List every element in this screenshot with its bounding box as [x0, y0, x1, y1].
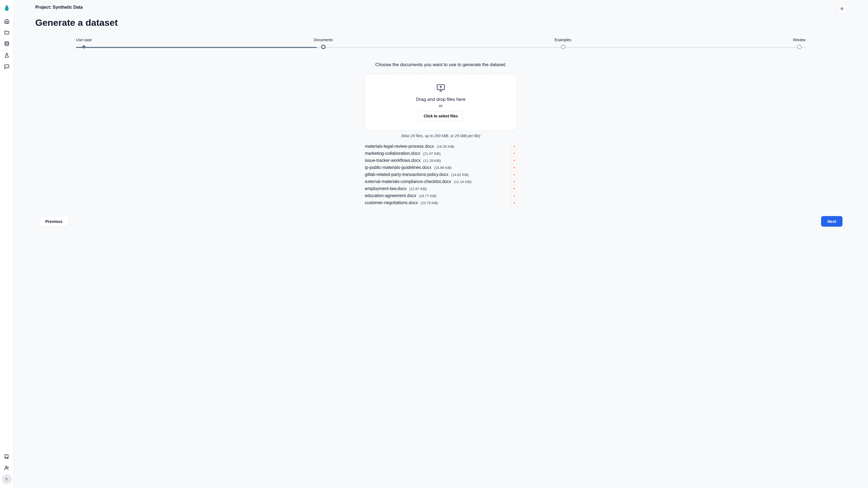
- close-icon: ✕: [513, 180, 516, 183]
- file-size: (21.47 KiB): [423, 152, 440, 156]
- dropzone-or-text: or: [371, 103, 511, 108]
- step-review[interactable]: Review: [793, 38, 806, 49]
- file-name: ip-public-materials-guidelines.docx: [365, 165, 431, 170]
- file-name: issue-tracker-workflows.docx: [365, 158, 421, 163]
- upload-icon: [436, 84, 446, 92]
- file-name: gitlab-related-party-transactions-policy…: [365, 172, 448, 177]
- remove-file-button[interactable]: ✕: [511, 144, 517, 149]
- file-size: (16.35 KiB): [437, 144, 454, 149]
- file-row: issue-tracker-workflows.docx (11.28 KiB)…: [365, 157, 517, 164]
- remove-file-button[interactable]: ✕: [511, 193, 517, 198]
- remove-file-button[interactable]: ✕: [511, 165, 517, 170]
- file-size: (12.14 KiB): [454, 180, 471, 184]
- file-row: external-materials-compliance-checklist.…: [365, 178, 517, 185]
- remove-file-button[interactable]: ✕: [511, 179, 517, 184]
- file-size: (18.77 KiB): [419, 194, 436, 198]
- file-name: materials-legal-review-process.docx: [365, 144, 434, 149]
- file-list: materials-legal-review-process.docx (16.…: [365, 143, 517, 206]
- user-icon[interactable]: [2, 463, 12, 473]
- file-size: (11.28 KiB): [423, 159, 441, 163]
- theme-toggle-button[interactable]: [838, 4, 846, 13]
- file-size: (14.82 KiB): [451, 173, 469, 177]
- file-dropzone[interactable]: Drag and drop files here or Click to sel…: [365, 74, 517, 130]
- remove-file-button[interactable]: ✕: [511, 200, 517, 205]
- file-row: materials-legal-review-process.docx (16.…: [365, 143, 517, 150]
- chat-icon[interactable]: [2, 62, 12, 72]
- file-row: ip-public-materials-guidelines.docx (15.…: [365, 164, 517, 171]
- close-icon: ✕: [513, 201, 516, 204]
- file-row: marketing-collaboration.docx (21.47 KiB)…: [365, 150, 517, 157]
- file-limit-hint: (Max 20 files, up to 200 MiB, or 25 MiB …: [365, 134, 517, 138]
- folder-icon[interactable]: [2, 28, 12, 37]
- database-icon[interactable]: [2, 39, 12, 49]
- close-icon: ✕: [513, 159, 516, 162]
- main-content: Project: Synthetic Data Generate a datas…: [13, 0, 868, 488]
- file-row: customer-negotiations.docx (23.79 KiB)✕: [365, 199, 517, 206]
- close-icon: ✕: [513, 173, 516, 176]
- file-size: (23.79 KiB): [421, 201, 438, 205]
- dropzone-drag-text: Drag and drop files here: [371, 97, 511, 102]
- step-documents[interactable]: Documents: [314, 38, 333, 49]
- instruction-text: Choose the documents you want to use to …: [365, 62, 517, 67]
- book-icon[interactable]: [2, 452, 12, 461]
- svg-point-2: [841, 8, 842, 9]
- sun-icon: [840, 6, 844, 11]
- close-icon: ✕: [513, 145, 516, 148]
- page-title: Generate a dataset: [35, 18, 846, 28]
- step-use-case[interactable]: Use case: [76, 38, 92, 48]
- remove-file-button[interactable]: ✕: [511, 172, 517, 177]
- home-icon[interactable]: [2, 16, 12, 26]
- file-size: (22.67 KiB): [409, 187, 427, 191]
- close-icon: ✕: [513, 187, 516, 190]
- stepper: Use case Documents Examples Review: [76, 38, 806, 49]
- remove-file-button[interactable]: ✕: [511, 186, 517, 191]
- sidebar: Y: [0, 0, 13, 488]
- close-icon: ✕: [513, 166, 516, 169]
- flask-icon[interactable]: [2, 51, 12, 60]
- file-row: gitlab-related-party-transactions-policy…: [365, 171, 517, 178]
- close-icon: ✕: [513, 194, 516, 197]
- remove-file-button[interactable]: ✕: [511, 158, 517, 163]
- file-name: external-materials-compliance-checklist.…: [365, 179, 451, 184]
- file-name: employment-law.docx: [365, 186, 407, 191]
- remove-file-button[interactable]: ✕: [511, 151, 517, 156]
- file-row: education-agreement.docx (18.77 KiB)✕: [365, 192, 517, 199]
- file-name: customer-negotiations.docx: [365, 200, 418, 205]
- breadcrumb: Project: Synthetic Data: [35, 5, 846, 10]
- logo: [3, 4, 10, 11]
- file-name: education-agreement.docx: [365, 193, 416, 198]
- file-size: (15.86 KiB): [434, 166, 452, 170]
- select-files-button[interactable]: Click to select files: [418, 111, 463, 121]
- previous-button[interactable]: Previous: [39, 216, 69, 227]
- close-icon: ✕: [513, 152, 516, 155]
- next-button[interactable]: Next: [821, 216, 842, 227]
- svg-point-1: [5, 466, 7, 468]
- avatar[interactable]: Y: [2, 475, 12, 484]
- file-name: marketing-collaboration.docx: [365, 151, 421, 156]
- step-examples[interactable]: Examples: [555, 38, 571, 49]
- file-row: employment-law.docx (22.67 KiB)✕: [365, 185, 517, 192]
- svg-point-0: [5, 42, 8, 43]
